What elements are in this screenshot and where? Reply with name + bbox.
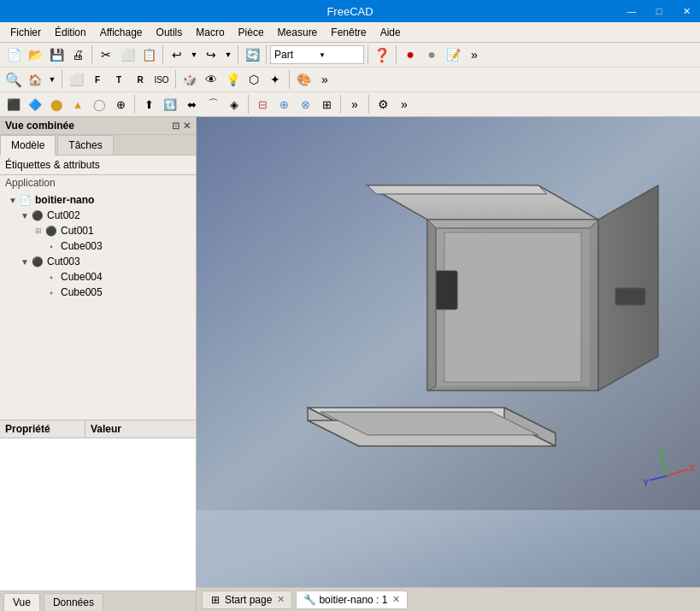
open-button[interactable]: 📂 — [25, 44, 45, 65]
sphere-tool[interactable]: ⬤ — [46, 94, 67, 115]
box-tool[interactable]: ⬛ — [3, 94, 24, 115]
menu-macro[interactable]: Macro — [189, 25, 231, 40]
prop-col1: Propriété — [0, 420, 85, 438]
revolve-tool[interactable]: 🔃 — [160, 94, 180, 115]
tree-item-cube004[interactable]: ▶ ▪ Cube004 — [3, 269, 192, 285]
viewport[interactable]: X Z Y ⊞ Start page ✕ 🔧 boitier-nano : 1 — [197, 117, 700, 611]
cone-tool[interactable]: ▲ — [68, 94, 88, 115]
panel-detach-icon[interactable]: ⊡ — [172, 120, 179, 132]
menu-measure[interactable]: Measure — [271, 25, 325, 40]
bottom-tabs: Vue Données — [0, 590, 196, 611]
settings-button[interactable]: ⚙ — [373, 94, 393, 115]
help-button[interactable]: ❓ — [372, 44, 392, 65]
start-page-close[interactable]: ✕ — [277, 594, 285, 605]
minimize-button[interactable]: — — [618, 0, 645, 22]
more-button3[interactable]: » — [344, 94, 365, 115]
boolean-cut-tool[interactable]: ⊟ — [252, 94, 273, 115]
tree-item-cut002[interactable]: ▼ ⚫ Cut002 — [3, 208, 192, 223]
red-light-button[interactable]: ● — [400, 44, 421, 65]
extrude-tool[interactable]: ⬆ — [138, 94, 159, 115]
view-wire-button[interactable]: ⬡ — [244, 69, 264, 90]
close-button[interactable]: ✕ — [673, 0, 700, 22]
menu-outils[interactable]: Outils — [150, 25, 190, 40]
more-button2[interactable]: » — [315, 69, 335, 90]
notepad-button[interactable]: 📝 — [443, 44, 463, 65]
label-cut003: Cut003 — [47, 256, 80, 267]
toolbars: 📄 📂 💾 🖨 ✂ ⬜ 📋 ↩ ▼ ↪ ▼ 🔄 Part ▼ ❓ — [0, 43, 700, 117]
undo-button[interactable]: ↩ — [167, 44, 187, 65]
more-button1[interactable]: » — [464, 44, 485, 65]
view-right-button[interactable]: R — [130, 69, 150, 90]
icon-cube-cube004: ▪ — [44, 270, 58, 284]
menu-edition[interactable]: Édition — [48, 25, 93, 40]
chamfer-tool[interactable]: ◈ — [224, 94, 244, 115]
svg-rect-6 — [436, 271, 457, 309]
zoom-fit-button[interactable]: 🔍 — [3, 69, 24, 90]
tab-boitier-nano[interactable]: 🔧 boitier-nano : 1 ✕ — [296, 590, 408, 609]
tree-item-cut003[interactable]: ▼ ⚫ Cut003 — [3, 254, 192, 269]
boolean-common-tool[interactable]: ⊗ — [295, 94, 315, 115]
tab-donnees[interactable]: Données — [44, 593, 103, 611]
undo-dropdown[interactable]: ▼ — [188, 44, 200, 65]
tab-taches[interactable]: Tâches — [57, 135, 113, 155]
toggle-cut003[interactable]: ▼ — [19, 257, 31, 267]
tree-item-cut001[interactable]: ⊞ ⚫ Cut001 — [3, 223, 192, 238]
menu-fichier[interactable]: Fichier — [3, 25, 48, 40]
view-pts-button[interactable]: ✦ — [265, 69, 285, 90]
maximize-button[interactable]: □ — [645, 0, 673, 22]
panel-close-icon[interactable]: ✕ — [183, 120, 191, 132]
redo-dropdown2[interactable]: ▼ — [222, 44, 234, 65]
save-button[interactable]: 💾 — [46, 44, 67, 65]
toolbar-row-3: ⬛ 🔷 ⬤ ▲ ◯ ⊕ ⬆ 🔃 ⬌ ⌒ ◈ ⊟ ⊕ ⊗ ⊞ » ⚙ » — [0, 92, 700, 116]
menu-aide[interactable]: Aide — [374, 25, 408, 40]
content-area: Vue combinée ⊡ ✕ Modèle Tâches Étiquette… — [0, 117, 700, 611]
mirror-tool[interactable]: ⬌ — [181, 94, 202, 115]
prop-col2: Valeur — [85, 420, 196, 438]
tab-vue[interactable]: Vue — [3, 593, 40, 611]
cylinder-tool[interactable]: 🔷 — [25, 94, 45, 115]
toggle-boitier[interactable]: ▼ — [7, 196, 19, 205]
menu-affichage[interactable]: Affichage — [93, 25, 150, 40]
view-3d-button[interactable]: 🏠 — [25, 69, 45, 90]
boolean-fuse-tool[interactable]: ⊕ — [274, 94, 294, 115]
start-page-label: Start page — [225, 594, 272, 606]
draw-style-button[interactable]: 🎨 — [293, 69, 314, 90]
view-home-dropdown[interactable]: ▼ — [46, 69, 58, 90]
menu-fenetre[interactable]: Fenêtre — [324, 25, 373, 40]
view-box-button[interactable]: ⬜ — [66, 69, 86, 90]
section-tool[interactable]: ⊞ — [316, 94, 337, 115]
view-top-button[interactable]: T — [109, 69, 129, 90]
print-button[interactable]: 🖨 — [68, 44, 88, 65]
copy-button[interactable]: ⬜ — [117, 44, 138, 65]
toggle-cut002[interactable]: ▼ — [19, 211, 31, 220]
boitier-nano-close[interactable]: ✕ — [392, 594, 400, 605]
view-cube-button[interactable]: 🎲 — [179, 69, 200, 90]
tab-modele[interactable]: Modèle — [0, 135, 56, 156]
view-shaded-button[interactable]: 💡 — [222, 69, 243, 90]
tab-start-page[interactable]: ⊞ Start page ✕ — [202, 590, 292, 609]
new-button[interactable]: 📄 — [3, 44, 24, 65]
tree-item-cube005[interactable]: ▶ ▪ Cube005 — [3, 285, 192, 300]
sep5 — [368, 45, 368, 64]
torus-tool[interactable]: ◯ — [89, 94, 109, 115]
tree-item-boitier-nano[interactable]: ▼ 📄 boitier-nano — [3, 192, 192, 208]
icon-cube-cube003: ▪ — [44, 239, 58, 253]
cut-button[interactable]: ✂ — [96, 44, 116, 65]
redo-button[interactable]: ↪ — [201, 44, 221, 65]
toggle-cut001[interactable]: ⊞ — [32, 226, 44, 235]
paste-button[interactable]: 📋 — [138, 44, 159, 65]
menu-piece[interactable]: Pièce — [232, 25, 271, 40]
view-perspective-button[interactable]: 👁 — [201, 69, 221, 90]
fillet-tool[interactable]: ⌒ — [203, 94, 223, 115]
view-front-button[interactable]: F — [87, 69, 108, 90]
tree-item-cube003[interactable]: ▶ ▪ Cube003 — [3, 238, 192, 254]
svg-text:Z: Z — [658, 449, 664, 459]
workbench-dropdown[interactable]: Part ▼ — [270, 45, 364, 64]
sep7 — [62, 70, 62, 89]
icon-cube-cube005: ▪ — [44, 285, 58, 299]
view-iso-button[interactable]: ISO — [151, 69, 172, 90]
more-button4[interactable]: » — [394, 94, 415, 115]
tube-tool[interactable]: ⊕ — [110, 94, 131, 115]
refresh-button[interactable]: 🔄 — [242, 44, 262, 65]
gray-light-button[interactable]: ● — [421, 44, 442, 65]
